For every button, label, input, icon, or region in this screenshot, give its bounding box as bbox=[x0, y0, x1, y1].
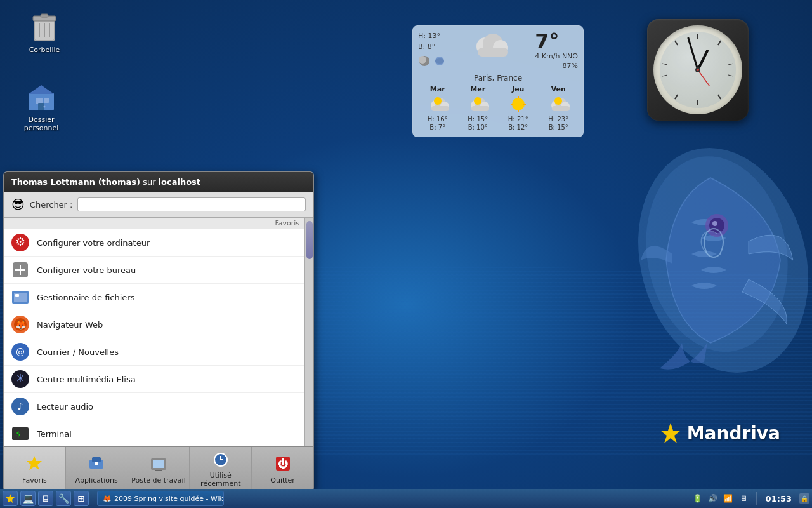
menu-tab-label: Quitter bbox=[270, 476, 295, 485]
menu-tabs: Favoris Applications Poste de travail Ut… bbox=[4, 446, 313, 491]
search-face-icon: 😎 bbox=[11, 197, 25, 212]
svg-point-22 bbox=[435, 58, 444, 64]
svg-point-36 bbox=[474, 97, 481, 105]
svg-text:⚙: ⚙ bbox=[15, 235, 25, 248]
svg-rect-35 bbox=[471, 106, 489, 111]
mandriva-star-icon bbox=[659, 422, 682, 444]
menu-item-label: Courrier / Nouvelles bbox=[37, 347, 119, 357]
svg-point-31 bbox=[434, 97, 442, 105]
taskbar-btn-star[interactable] bbox=[3, 491, 18, 506]
menu-item-icon: @ bbox=[10, 342, 30, 362]
menu-item-icon: 🦊 bbox=[10, 314, 30, 335]
menu-header: Thomas Lottmann (thomas) sur localhost bbox=[4, 172, 313, 192]
systray-volume[interactable]: 🔊 bbox=[707, 492, 719, 505]
menu-item-label: Centre multimédia Elisa bbox=[37, 375, 136, 384]
menu-item-icon: ⚙ bbox=[10, 232, 30, 253]
svg-rect-70 bbox=[15, 294, 19, 297]
svg-marker-14 bbox=[29, 85, 54, 94]
svg-point-37 bbox=[512, 98, 525, 110]
menu-item-label: Gestionnaire de fichiers bbox=[37, 293, 134, 302]
svg-rect-26 bbox=[478, 48, 508, 57]
menu-body: Favoris ⚙ Configurer votre ordinateur Co… bbox=[4, 218, 313, 446]
weather-day: Jeu H: 21°B: 12° bbox=[499, 85, 538, 131]
svg-rect-45 bbox=[552, 106, 570, 111]
menu-tab-icon bbox=[24, 453, 44, 474]
mandriva-text: Mandriva bbox=[687, 423, 780, 444]
menu-tab-quitter[interactable]: ⏻ Quitter bbox=[252, 447, 313, 491]
menu-tab-icon bbox=[148, 453, 169, 474]
svg-marker-94 bbox=[6, 494, 15, 503]
svg-point-4 bbox=[712, 221, 717, 226]
svg-text:$_: $_ bbox=[16, 430, 25, 438]
weather-day: Mer H: 15°B: 10° bbox=[459, 85, 498, 131]
desktop-icon-home[interactable]: Dossier personnel bbox=[16, 83, 67, 132]
svg-rect-16 bbox=[44, 98, 49, 103]
menu-tab-icon bbox=[86, 453, 107, 474]
taskbar: 💻 🖥 🔧 ⊞ 🦊 2009 Spring visite guidée - Wi… bbox=[0, 489, 812, 508]
task-label: 2009 Spring visite guidée - Wiki de la c bbox=[114, 495, 224, 503]
menu-item[interactable]: $_ Terminal bbox=[4, 420, 304, 446]
weather-day-icon bbox=[426, 95, 449, 114]
taskbar-active-task[interactable]: 🦊 2009 Spring visite guidée - Wiki de la… bbox=[97, 491, 224, 506]
desktop: Mandriva Corbeille bbox=[0, 0, 812, 508]
menu-item[interactable]: Gestionnaire de fichiers bbox=[4, 284, 304, 311]
search-input[interactable] bbox=[77, 197, 306, 211]
clock-inner bbox=[653, 25, 742, 114]
systray: 🔋 🔊 📶 🖥 bbox=[689, 492, 752, 505]
menu-tab-applications[interactable]: Applications bbox=[66, 447, 128, 491]
menu-scrollbar-thumb[interactable] bbox=[306, 221, 313, 259]
menu-username: Thomas Lottmann (thomas) bbox=[11, 177, 140, 187]
mandriva-logo: Mandriva bbox=[659, 422, 780, 444]
taskbar-separator-1 bbox=[93, 492, 93, 505]
weather-forecast: Mar H: 16°B: 7°Mer H: 15°B: 10°Jeu H: 21… bbox=[418, 85, 578, 131]
menu-item-label: Navigateur Web bbox=[37, 320, 103, 330]
weather-day-name: Ven bbox=[539, 85, 579, 93]
menu-tab-label: Utilisé récemment bbox=[192, 471, 249, 488]
menu-host-prefix: sur bbox=[140, 177, 159, 187]
menu-item[interactable]: Configurer votre bureau bbox=[4, 257, 304, 284]
menu-tab-utilisé-récemment[interactable]: Utilisé récemment bbox=[190, 447, 252, 491]
fish-decoration bbox=[609, 127, 812, 394]
weather-day-name: Jeu bbox=[499, 85, 538, 93]
menu-tab-favoris[interactable]: Favoris bbox=[4, 447, 66, 491]
app-menu: Thomas Lottmann (thomas) sur localhost 😎… bbox=[3, 171, 314, 491]
weather-wind: 4 Km/h NNO bbox=[535, 51, 578, 61]
home-icon bbox=[26, 83, 56, 113]
menu-item-label: Configurer votre ordinateur bbox=[37, 238, 150, 248]
taskbar-btn-desktop[interactable]: 🖥 bbox=[38, 491, 53, 506]
menu-tab-label: Poste de travail bbox=[131, 476, 185, 485]
menu-tab-poste-de-travail[interactable]: Poste de travail bbox=[128, 447, 190, 491]
menu-item[interactable]: ✳ Centre multimédia Elisa bbox=[4, 366, 304, 393]
taskbar-btn-grid[interactable]: ⊞ bbox=[74, 491, 89, 506]
svg-marker-82 bbox=[27, 456, 42, 470]
menu-scrollbar[interactable] bbox=[304, 218, 313, 446]
svg-text:⏻: ⏻ bbox=[278, 458, 288, 470]
systray-network[interactable]: 📶 bbox=[722, 492, 735, 505]
desktop-icon-trash[interactable]: Corbeille bbox=[19, 13, 70, 54]
systray-display[interactable]: 🖥 bbox=[737, 492, 750, 505]
weather-city: Paris, France bbox=[418, 74, 578, 83]
svg-rect-84 bbox=[92, 457, 101, 462]
menu-tab-icon: ⏻ bbox=[273, 453, 293, 474]
taskbar-btn-terminal[interactable]: 💻 bbox=[20, 491, 36, 506]
svg-text:🦊: 🦊 bbox=[15, 319, 27, 330]
svg-text:♪: ♪ bbox=[18, 401, 23, 411]
svg-rect-87 bbox=[153, 460, 164, 468]
menu-item[interactable]: 🦊 Navigateur Web bbox=[4, 311, 304, 338]
menu-item[interactable]: ⚙ Configurer votre ordinateur bbox=[4, 229, 304, 257]
svg-point-20 bbox=[419, 56, 426, 64]
menu-item[interactable]: @ Courrier / Nouvelles bbox=[4, 338, 304, 366]
menu-items-list: Favoris ⚙ Configurer votre ordinateur Co… bbox=[4, 218, 304, 446]
svg-point-18 bbox=[44, 106, 46, 108]
menu-item[interactable]: ♪ Lecteur audio bbox=[4, 393, 304, 420]
svg-marker-5 bbox=[660, 423, 681, 443]
taskbar-lock-icon[interactable]: 🔒 bbox=[799, 493, 809, 504]
systray-battery[interactable]: 🔋 bbox=[691, 492, 704, 505]
weather-day-temp: H: 21°B: 12° bbox=[499, 115, 538, 131]
weather-temp-low: B: 8° bbox=[418, 42, 446, 53]
menu-hostname: localhost bbox=[159, 177, 200, 187]
task-icon: 🦊 bbox=[103, 495, 112, 503]
taskbar-btn-config[interactable]: 🔧 bbox=[56, 491, 71, 506]
svg-rect-30 bbox=[431, 106, 449, 111]
home-label: Dossier personnel bbox=[16, 116, 67, 132]
